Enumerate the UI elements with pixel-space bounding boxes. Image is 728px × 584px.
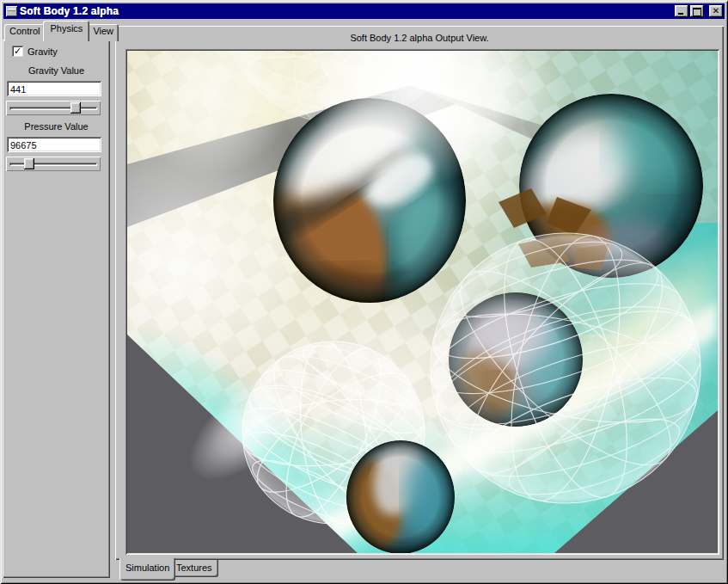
output-view-label: Soft Body 1.2 alpha Output View. [115, 33, 724, 43]
titlebar: Soft Body 1.2 alpha ✕ [3, 3, 725, 19]
gravity-slider[interactable] [6, 101, 101, 115]
maximize-button[interactable] [690, 5, 704, 17]
pressure-value-label: Pressure Value [3, 121, 110, 132]
gravity-value-input[interactable] [7, 81, 101, 96]
gravity-value-label: Gravity Value [3, 65, 110, 76]
minimize-icon [678, 13, 683, 15]
gravity-slider-channel [9, 107, 97, 110]
pressure-slider[interactable] [6, 157, 101, 171]
minimize-button[interactable] [675, 5, 688, 17]
pressure-slider-channel [9, 163, 97, 166]
sidebar-tabs: Control Physics View [4, 23, 119, 41]
render-viewport [125, 49, 719, 555]
output-panel: Soft Body 1.2 alpha Output View. [115, 26, 724, 560]
render-scene [127, 51, 718, 553]
app-icon [6, 6, 17, 16]
app-window: Soft Body 1.2 alpha ✕ Control Physics Vi… [0, 0, 728, 584]
gravity-checkbox[interactable]: ✓ Gravity [12, 46, 58, 57]
tab-view[interactable]: View [88, 24, 119, 41]
pressure-value-input[interactable] [7, 137, 101, 152]
tab-physics[interactable]: Physics [43, 21, 89, 41]
maximize-icon [693, 8, 701, 16]
tab-control[interactable]: Control [4, 24, 45, 41]
gravity-checkbox-label: Gravity [28, 46, 58, 57]
close-icon: ✕ [713, 7, 719, 15]
physics-panel: ✓ Gravity Gravity Value Pressure Value [3, 40, 110, 578]
tab-simulation[interactable]: Simulation [119, 558, 175, 581]
gravity-slider-thumb[interactable] [70, 102, 81, 114]
checkbox-check-icon: ✓ [12, 46, 23, 57]
window-title: Soft Body 1.2 alpha [20, 5, 675, 17]
tab-textures[interactable]: Textures [170, 560, 218, 577]
pressure-slider-thumb[interactable] [24, 158, 34, 169]
close-button[interactable]: ✕ [709, 5, 723, 17]
